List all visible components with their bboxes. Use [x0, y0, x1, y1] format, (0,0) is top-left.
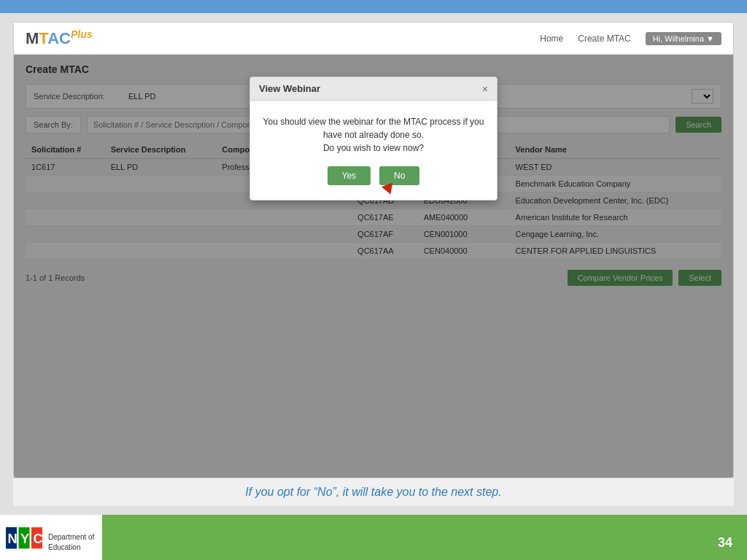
page-number: 34 — [718, 535, 732, 551]
modal-no-button[interactable]: No — [379, 166, 419, 185]
logo-a: A — [47, 29, 59, 47]
modal-yes-button[interactable]: Yes — [328, 166, 371, 185]
slide-area: MTACPlus Home Create MTAC Hi, Wilhelmina… — [0, 13, 747, 515]
nyc-footer: N Y C Department of Education 34 — [0, 515, 747, 560]
caption-area: If you opt for “No”, it will take you to… — [13, 478, 734, 506]
modal-message-line2: Do you wish to view now? — [323, 143, 424, 153]
nav-create-mtac[interactable]: Create MTAC — [578, 34, 630, 44]
logo-t: T — [39, 29, 47, 47]
caption-text: If you opt for “No”, it will take you to… — [26, 486, 721, 499]
nyc-logo-area: N Y C Department of Education — [0, 515, 102, 560]
logo-m: M — [26, 29, 39, 47]
modal-overlay: View Webinar × You should view the webin… — [14, 55, 733, 478]
green-bar: 34 — [102, 515, 747, 560]
top-bar — [0, 0, 747, 13]
nyc-dept-text: Department of Education — [48, 532, 94, 553]
modal-header: View Webinar × — [250, 77, 497, 101]
svg-text:Y: Y — [20, 531, 29, 546]
app-container: MTACPlus Home Create MTAC Hi, Wilhelmina… — [13, 22, 734, 478]
modal-close-button[interactable]: × — [482, 84, 488, 94]
app-header: MTACPlus Home Create MTAC Hi, Wilhelmina… — [14, 23, 733, 55]
dept-line1: Department of — [48, 532, 94, 542]
app-nav: Home Create MTAC Hi, Wilhelmina ▼ — [540, 32, 721, 45]
nav-home[interactable]: Home — [540, 34, 563, 44]
user-badge[interactable]: Hi, Wilhelmina ▼ — [646, 32, 721, 45]
modal-title: View Webinar — [259, 83, 320, 94]
modal-buttons: Yes No — [262, 166, 485, 185]
nyc-logo-svg: N Y C — [6, 524, 42, 560]
modal-body: You should view the webinar for the MTAC… — [250, 101, 497, 200]
app-logo: MTACPlus — [26, 28, 93, 48]
logo-c: C — [59, 29, 71, 47]
dept-line2: Education — [48, 542, 94, 553]
modal-message-line1: You should view the webinar for the MTAC… — [263, 117, 484, 140]
svg-text:C: C — [34, 531, 43, 546]
svg-text:N: N — [8, 531, 18, 546]
app-body: Create MTAC Service Description: ELL PD … — [14, 55, 733, 478]
modal-message: You should view the webinar for the MTAC… — [262, 115, 485, 155]
logo-plus: Plus — [71, 28, 93, 40]
modal-dialog: View Webinar × You should view the webin… — [249, 77, 498, 201]
